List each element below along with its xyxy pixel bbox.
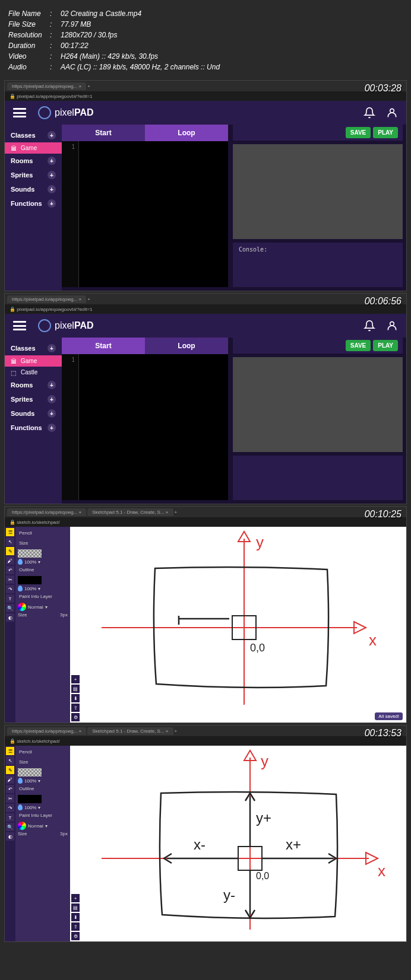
settings-icon[interactable]: ⚙ [71,932,80,940]
code-area[interactable]: 1 [62,354,228,500]
redo-icon[interactable]: ↷ [6,804,14,812]
pencil-tool-icon[interactable]: ✎ [6,547,14,555]
screenshot-2: 00:06:56 https://pixelpad.io/app/eqowg..… [4,293,407,504]
add-icon[interactable]: + [71,894,80,902]
sidebar-sounds[interactable]: Sounds+ [5,406,62,421]
tab-loop[interactable]: Loop [145,338,228,354]
plus-icon[interactable]: + [48,381,56,389]
building-icon: 🏛 [11,145,18,151]
plus-icon[interactable]: + [48,131,56,139]
plus-icon[interactable]: + [48,199,56,208]
sidebar-item-game[interactable]: 🏛Game [5,142,62,154]
undo-icon[interactable]: ↶ [6,785,14,793]
layers-icon[interactable]: ▤ [71,903,80,912]
fill-tool-icon[interactable]: ◐ [6,613,14,622]
zoom-tool-icon[interactable]: 🔍 [6,823,14,831]
browser-url-bar[interactable]: 🔒 pixelpad.io/app/eqowgoovbl/?edit=1 [5,91,406,101]
settings-icon[interactable]: ⚙ [71,713,80,721]
export-icon[interactable]: ⬇ [71,913,80,921]
colorwheel-icon[interactable] [18,603,26,611]
browser-url-bar[interactable]: 🔒 sketch.io/sketchpad/ [5,517,406,527]
outline-swatch[interactable] [18,576,42,584]
sidebar-rooms[interactable]: Rooms+ [5,154,62,168]
play-button[interactable]: PLAY [373,340,398,351]
sidebar-functions[interactable]: Functions+ [5,421,62,435]
new-tab[interactable]: + [87,84,90,89]
sidebar-functions[interactable]: Functions+ [5,196,62,211]
share-icon[interactable]: ⇪ [71,704,80,712]
text-tool-icon[interactable]: T [6,813,14,822]
fill-tool-icon[interactable]: ◐ [6,832,14,841]
bell-icon[interactable] [363,320,375,332]
hamburger-menu-icon[interactable] [13,321,26,330]
brush-tool-icon[interactable]: 🖌 [6,775,14,784]
new-tab[interactable]: + [175,510,178,515]
user-icon[interactable] [386,320,398,332]
menu-tool-icon[interactable]: ☰ [6,528,14,536]
tab-loop[interactable]: Loop [145,125,228,141]
sidebar-item-game[interactable]: 🏛Game [5,355,62,367]
browser-tab[interactable]: https://pixelpad.io/app/eqowg... × [7,727,86,735]
pointer-tool-icon[interactable]: ↖ [6,756,14,765]
export-icon[interactable]: ⬇ [71,694,80,702]
sidebar-item-castle[interactable]: ⬚Castle [5,367,62,378]
user-icon[interactable] [386,107,398,119]
pointer-tool-icon[interactable]: ↖ [6,537,14,546]
redo-icon[interactable]: ↷ [6,585,14,593]
save-button[interactable]: SAVE [346,127,371,138]
tab-start[interactable]: Start [62,338,145,354]
timestamp: 00:03:28 [365,83,401,94]
play-button[interactable]: PLAY [373,127,398,138]
new-tab[interactable]: + [87,297,90,302]
svg-point-0 [390,109,394,113]
zoom-tool-icon[interactable]: 🔍 [6,604,14,612]
browser-tab[interactable]: Sketchpad 5.1 - Draw, Create, S... × [87,508,173,516]
plus-icon[interactable]: + [48,344,56,352]
tab-start[interactable]: Start [62,125,145,141]
hamburger-menu-icon[interactable] [13,108,26,117]
text-tool-icon[interactable]: T [6,594,14,603]
pixelpad-logo[interactable]: pixelPAD [38,319,94,332]
browser-tab[interactable]: https://pixelpad.io/app/eqowg... × [7,82,86,90]
layers-icon[interactable]: ▤ [71,685,80,693]
browser-tab[interactable]: Sketchpad 5.1 - Draw, Create, S... × [87,727,173,735]
sidebar-classes[interactable]: Classes+ [5,128,62,142]
outline-label: Outline [18,785,68,793]
code-area[interactable]: 1 [62,141,228,287]
new-tab[interactable]: + [175,728,178,734]
preview-toolbar: SAVE PLAY [233,125,403,141]
sidebar-sounds[interactable]: Sounds+ [5,182,62,196]
plus-icon[interactable]: + [48,424,56,432]
browser-url-bar[interactable]: 🔒 pixelpad.io/app/eqowgoovbl/?edit=1 [5,304,406,314]
add-icon[interactable]: + [71,675,80,683]
browser-tab[interactable]: https://pixelpad.io/app/eqowg... × [7,508,86,516]
svg-text:x: x [369,631,377,649]
sidebar-sprites[interactable]: Sprites+ [5,168,62,182]
pencil-tool-icon[interactable]: ✎ [6,766,14,774]
share-icon[interactable]: ⇪ [71,922,80,931]
fill-swatch[interactable] [18,549,42,558]
colorwheel-icon[interactable] [18,822,26,830]
bell-icon[interactable] [363,107,375,119]
undo-icon[interactable]: ↶ [6,566,14,574]
fill-swatch[interactable] [18,768,42,777]
crop-tool-icon[interactable]: ✂ [6,794,14,803]
menu-tool-icon[interactable]: ☰ [6,747,14,755]
sidebar-sprites[interactable]: Sprites+ [5,392,62,406]
drawing-canvas[interactable]: x y 0,0 + ▤ ⬇ ⇪ ⚙ All saved! [70,527,406,723]
plus-icon[interactable]: + [48,395,56,403]
save-button[interactable]: SAVE [346,340,371,351]
plus-icon[interactable]: + [48,409,56,418]
outline-swatch[interactable] [18,795,42,803]
brush-tool-icon[interactable]: 🖌 [6,556,14,565]
crop-tool-icon[interactable]: ✂ [6,575,14,584]
plus-icon[interactable]: + [48,185,56,193]
browser-tab[interactable]: https://pixelpad.io/app/eqowg... × [7,295,86,303]
pixelpad-logo[interactable]: pixelPAD [38,106,94,119]
sidebar-classes[interactable]: Classes+ [5,341,62,355]
sidebar-rooms[interactable]: Rooms+ [5,378,62,392]
browser-url-bar[interactable]: 🔒 sketch.io/sketchpad/ [5,736,406,746]
plus-icon[interactable]: + [48,171,56,179]
drawing-canvas[interactable]: x y x- x+ y+ y- 0,0 + ▤ ⬇ ⇪ ⚙ [70,746,406,941]
plus-icon[interactable]: + [48,157,56,165]
